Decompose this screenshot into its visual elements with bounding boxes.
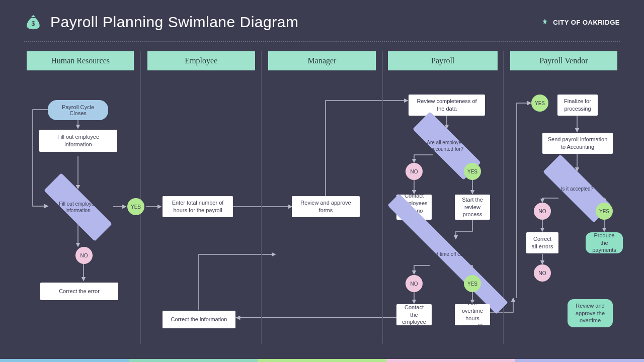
pay-accounted: Are all employees accounted for? bbox=[419, 128, 474, 163]
ven-finalize: Finalize for processing bbox=[557, 95, 598, 116]
ven-produce: Produce the payments bbox=[586, 232, 623, 253]
hr-fill-info: Fill out employee information bbox=[39, 130, 117, 152]
leaf-icon bbox=[541, 18, 549, 26]
pay-no2: NO bbox=[406, 275, 423, 292]
ven-no2: NO bbox=[534, 264, 551, 282]
ven-yes2: YES bbox=[596, 203, 613, 220]
footer-stripe bbox=[0, 359, 644, 362]
emp-correct-info: Correct the information bbox=[163, 311, 235, 328]
pay-no1: NO bbox=[406, 163, 423, 180]
ven-accepted: Is it accepted? bbox=[549, 171, 605, 206]
lane-header-hr: Human Resources bbox=[27, 51, 134, 70]
ven-review-ot: Review and approve the overtime bbox=[568, 299, 613, 327]
brand-label: CITY OF OAKRIDGE bbox=[553, 19, 620, 26]
page-title: Payroll Planning Swimlane Diagram bbox=[50, 14, 298, 31]
ven-no1: NO bbox=[534, 203, 551, 220]
emp-enter-hours: Enter total number of hours for the payr… bbox=[163, 196, 233, 217]
header: $ Payroll Planning Swimlane Diagram CITY… bbox=[0, 0, 644, 36]
hr-yes: YES bbox=[127, 198, 144, 215]
pay-start-review: Start the review process bbox=[455, 195, 490, 220]
hr-correct: Correct the error bbox=[40, 283, 118, 300]
ven-yes1: YES bbox=[531, 95, 548, 112]
ven-send-acct: Send payroll information to Accounting bbox=[542, 133, 613, 154]
pay-review-data: Review completeness of the data bbox=[409, 95, 485, 116]
lane-header-ven: Payroll Vendor bbox=[510, 51, 618, 70]
mgr-review: Review and approve forms bbox=[292, 196, 360, 217]
brand: CITY OF OAKRIDGE bbox=[541, 18, 620, 26]
lane-header-mgr: Manager bbox=[268, 51, 376, 70]
lane-header-emp: Employee bbox=[147, 51, 255, 70]
lane-header-pay: Payroll bbox=[388, 51, 498, 70]
hr-no: NO bbox=[75, 247, 93, 264]
start-node: Payroll Cycle Closes bbox=[48, 100, 108, 120]
ven-correct-errors: Correct all errors bbox=[526, 232, 558, 253]
money-bag-icon: $ bbox=[24, 13, 42, 31]
pay-yes2: YES bbox=[464, 275, 481, 292]
pay-contact-emp: Contact the employee bbox=[396, 304, 432, 325]
pay-pto: Are all paid time off confirmed? bbox=[405, 239, 491, 269]
hr-decision: Fill out employee information bbox=[50, 190, 106, 225]
pay-overtime: Are overtime hours correct? bbox=[455, 304, 490, 325]
svg-text:$: $ bbox=[31, 20, 35, 27]
pay-yes1: YES bbox=[464, 163, 481, 180]
